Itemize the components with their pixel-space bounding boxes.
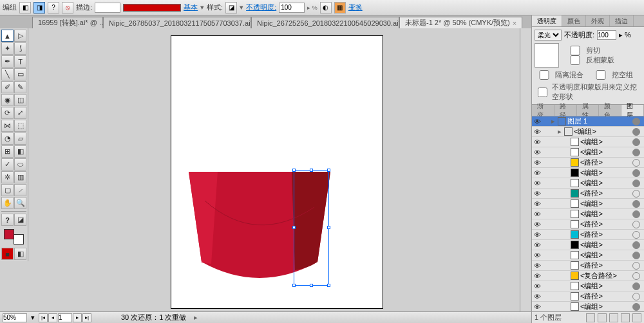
gradient-tool[interactable]: ◧ — [14, 145, 26, 158]
color2-tab[interactable]: 颜色 — [599, 105, 621, 116]
target-icon[interactable] — [632, 128, 640, 136]
eraser-tool[interactable]: ◫ — [14, 94, 26, 106]
rectangle-tool[interactable]: ▭ — [14, 68, 26, 80]
target-icon[interactable] — [632, 252, 640, 259]
recolor-icon[interactable]: ◐ — [320, 2, 332, 14]
layer-row[interactable]: 👁<路径> — [532, 219, 644, 230]
isolate-checkbox[interactable] — [535, 70, 554, 80]
layer-name[interactable]: <复合路径> — [580, 271, 629, 281]
target-icon[interactable] — [632, 272, 640, 280]
target-icon[interactable] — [632, 159, 640, 167]
pencil-tool[interactable]: ✎ — [14, 81, 26, 93]
pen-tool[interactable]: ✒ — [1, 55, 14, 68]
layer-name[interactable]: <编组> — [580, 147, 629, 157]
mesh-tool[interactable]: ⊞ — [1, 145, 14, 158]
visibility-icon[interactable]: 👁 — [532, 180, 542, 187]
visibility-icon[interactable]: 👁 — [532, 231, 542, 239]
layer-row[interactable]: 👁<编组> — [532, 250, 644, 261]
help-icon[interactable]: ? — [48, 2, 59, 14]
visibility-icon[interactable]: 👁 — [532, 210, 542, 218]
make-clip-icon[interactable] — [598, 313, 607, 322]
prev-icon[interactable]: ◂ — [48, 313, 57, 322]
attributes-tab[interactable]: 属性 — [577, 105, 600, 116]
layer-row[interactable]: 👁<编组> — [532, 281, 644, 291]
layer-row[interactable]: 👁<编组> — [532, 240, 644, 250]
stroke-preview[interactable] — [123, 4, 181, 12]
target-icon[interactable] — [632, 169, 640, 177]
visibility-icon[interactable]: 👁 — [532, 118, 542, 125]
target-icon[interactable] — [632, 210, 640, 218]
stroke-weight-input[interactable] — [95, 3, 120, 13]
color-tab[interactable]: 颜色 — [562, 15, 586, 26]
layer-name[interactable]: 图层 1 — [567, 116, 629, 126]
free-transform-tool[interactable]: ⬚ — [14, 120, 26, 132]
target-icon[interactable] — [632, 200, 640, 208]
slice-tool[interactable]: ⟋ — [14, 184, 26, 196]
handle-icon[interactable] — [310, 169, 313, 172]
stroke-color[interactable] — [14, 234, 24, 245]
width-tool[interactable]: ⋈ — [1, 120, 14, 132]
color-mode[interactable]: ■ — [1, 248, 14, 260]
layer-row[interactable]: 👁<路径> — [532, 291, 644, 302]
layers-tab[interactable]: 图层 — [621, 105, 644, 116]
doc-tab-active[interactable]: 未标题-1 2* @ 50% (CMYK/预览)× — [399, 17, 522, 28]
layer-name[interactable]: <编组> — [574, 127, 629, 136]
layer-row[interactable]: 👁<编组> — [532, 209, 644, 219]
layer-row[interactable]: 👁▸图层 1 — [532, 116, 644, 127]
selection-bounds[interactable] — [294, 170, 329, 286]
pathfinder-tab[interactable]: 路径 — [554, 105, 577, 116]
rotate-tool[interactable]: ⟳ — [1, 107, 14, 119]
layer-name[interactable]: <编组> — [580, 240, 629, 250]
visibility-icon[interactable]: 👁 — [532, 149, 542, 156]
layer-row[interactable]: 👁<路径> — [532, 261, 644, 271]
layer-name[interactable]: <路径> — [580, 158, 629, 167]
visibility-icon[interactable]: 👁 — [532, 138, 542, 146]
delete-layer-icon[interactable] — [632, 313, 641, 322]
layer-row[interactable]: 👁<编组> — [532, 178, 644, 189]
layer-name[interactable]: <编组> — [580, 137, 629, 147]
layer-row[interactable]: 👁<路径> — [532, 189, 644, 199]
layer-name[interactable]: <路径> — [580, 219, 629, 229]
layer-row[interactable]: 👁<编组> — [532, 302, 644, 311]
visibility-icon[interactable]: 👁 — [532, 262, 542, 270]
locate-icon[interactable] — [586, 313, 595, 322]
layer-name[interactable]: <路径> — [580, 291, 629, 301]
doc-tab[interactable]: 16959 [转换].ai* @ ...× — [32, 17, 103, 28]
next-icon[interactable]: ▸ — [73, 313, 82, 322]
blend-tool[interactable]: ⬭ — [14, 158, 26, 171]
gradient-mode[interactable]: ◧ — [14, 248, 26, 260]
zoom-tool[interactable]: 🔍 — [14, 197, 26, 209]
last-icon[interactable]: ▸| — [82, 313, 91, 322]
perspective-tool[interactable]: ▱ — [14, 133, 26, 145]
target-icon[interactable] — [632, 221, 640, 228]
handle-icon[interactable] — [310, 284, 313, 287]
doc-tab[interactable]: Nipic_26785037_20180321175057703037.ai* … — [103, 17, 251, 28]
stroke-tab[interactable]: 描边 — [610, 15, 634, 26]
layer-row[interactable]: 👁<编组> — [532, 137, 644, 147]
target-icon[interactable] — [632, 241, 640, 249]
hand-tool[interactable]: ✋ — [1, 197, 14, 209]
magic-wand-tool[interactable]: ✦ — [1, 42, 14, 55]
target-icon[interactable] — [632, 190, 640, 198]
target-icon[interactable] — [632, 138, 640, 146]
layer-name[interactable]: <编组> — [580, 281, 629, 291]
layer-name[interactable]: <编组> — [580, 178, 629, 188]
layer-row[interactable]: 👁▸<编组> — [532, 127, 644, 137]
lasso-tool[interactable]: ⟆ — [14, 42, 26, 55]
toggle-tool[interactable]: ◪ — [14, 214, 26, 226]
visibility-icon[interactable]: 👁 — [532, 159, 542, 167]
style-swatch[interactable]: ◪ — [225, 2, 237, 14]
visibility-icon[interactable]: 👁 — [532, 282, 542, 290]
eyedropper-tool[interactable]: ✓ — [1, 158, 14, 171]
panel-opacity-input[interactable] — [597, 30, 616, 40]
no-fill-icon[interactable]: ⦸ — [62, 2, 73, 14]
appearance-tab[interactable]: 外观 — [586, 15, 610, 26]
target-icon[interactable] — [632, 303, 640, 311]
artboard-tool[interactable]: ▢ — [1, 184, 14, 196]
opacity-input[interactable] — [279, 3, 305, 13]
opmask-checkbox[interactable] — [535, 88, 551, 97]
visibility-icon[interactable]: 👁 — [532, 303, 542, 311]
paintbrush-tool[interactable]: ✐ — [1, 81, 14, 93]
visibility-icon[interactable]: 👁 — [532, 128, 542, 136]
graph-tool[interactable]: ▥ — [14, 171, 26, 183]
